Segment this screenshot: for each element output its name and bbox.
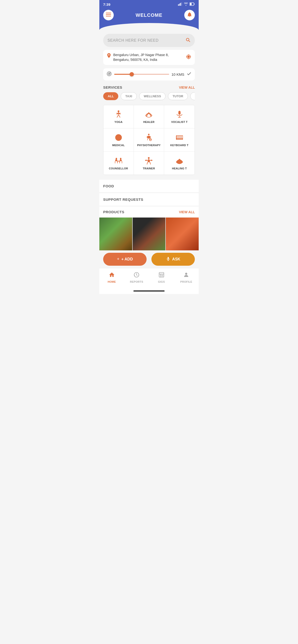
products-section: PRODUCTS VIEW ALL <box>99 206 199 250</box>
svg-rect-41 <box>182 137 183 138</box>
svg-rect-52 <box>146 160 147 161</box>
home-indicator <box>99 289 199 294</box>
nav-home[interactable]: HOME <box>99 271 124 284</box>
gps-target-icon[interactable] <box>186 54 192 61</box>
nav-gigs-label: GIGS <box>158 280 165 283</box>
service-trainer-label: TRAINER <box>143 167 155 170</box>
services-grid: YOGA HEALER VOCALIST T <box>103 105 195 175</box>
status-bar: 7:39 <box>99 0 199 8</box>
hamburger-icon <box>106 13 111 18</box>
service-healing-label: HEALING T <box>172 167 187 170</box>
filter-chip-event[interactable]: EVENT MANAGE <box>190 92 195 100</box>
location-address: Bengaluru Urban, JP Nagar Phase 8, Benga… <box>113 53 186 62</box>
service-trainer[interactable]: TRAINER <box>134 152 164 175</box>
service-medical-label: MEDICAL <box>112 144 125 146</box>
filter-chips-row: ALL TAXI WELLNESS TUTOR EVENT MANAGE <box>103 92 195 101</box>
add-label: + ADD <box>121 257 133 262</box>
healer-icon <box>144 110 153 118</box>
product-card-2[interactable] <box>133 218 166 250</box>
food-label: FOOD <box>103 184 114 188</box>
nav-gigs[interactable]: GIGS <box>149 271 174 284</box>
svg-point-68 <box>185 273 187 275</box>
svg-rect-37 <box>178 137 179 138</box>
battery-icon <box>190 2 195 6</box>
physiotherapy-icon <box>144 133 153 142</box>
svg-rect-1 <box>179 4 180 6</box>
svg-rect-23 <box>178 111 181 115</box>
svg-rect-9 <box>106 16 111 16</box>
vocalist-icon <box>175 110 184 118</box>
wifi-icon <box>184 2 188 6</box>
svg-rect-35 <box>181 136 181 137</box>
svg-rect-36 <box>177 137 178 138</box>
service-yoga-label: YOGA <box>114 120 123 124</box>
service-healer-label: HEALER <box>143 120 155 124</box>
service-vocalist[interactable]: VOCALIST T <box>164 105 195 128</box>
product-card-1[interactable] <box>99 218 132 250</box>
svg-rect-5 <box>194 3 195 5</box>
check-icon[interactable] <box>187 72 192 78</box>
service-healing[interactable]: HEALING T <box>164 152 195 175</box>
svg-line-61 <box>134 275 135 276</box>
service-keyboard[interactable]: KEYBOARD T <box>164 128 195 152</box>
filter-chip-wellness[interactable]: WELLNESS <box>139 92 166 100</box>
gigs-icon <box>158 272 165 279</box>
range-slider[interactable] <box>114 74 169 75</box>
product-card-3[interactable] <box>166 218 199 250</box>
search-icon[interactable] <box>185 37 191 44</box>
svg-rect-34 <box>179 136 180 137</box>
counsellor-icon <box>114 156 123 165</box>
filter-chip-tutor[interactable]: TUTOR <box>168 92 188 100</box>
nav-profile[interactable]: PROFILE <box>174 271 199 284</box>
medical-icon <box>114 133 123 142</box>
filter-chip-taxi[interactable]: TAXI <box>121 92 137 100</box>
app-header: WELCOME <box>99 8 199 30</box>
svg-rect-7 <box>106 13 111 14</box>
radar-icon <box>106 71 112 78</box>
slider-thumb[interactable] <box>129 72 134 76</box>
page-title: WELCOME <box>114 12 184 18</box>
service-medical[interactable]: MEDICAL <box>103 128 134 152</box>
filter-chip-all[interactable]: ALL <box>103 92 118 100</box>
service-counsellor[interactable]: COUNSELLOR <box>103 152 134 175</box>
service-physiotherapy-label: PHYSIOTHERAPY <box>137 144 161 146</box>
services-view-all-button[interactable]: VIEW ALL <box>179 86 195 89</box>
status-icons <box>178 2 195 6</box>
products-view-all-button[interactable]: VIEW ALL <box>179 210 195 214</box>
service-healer[interactable]: HEALER <box>134 105 164 128</box>
nav-reports[interactable]: REPORTS <box>124 271 149 284</box>
home-bar <box>133 290 165 292</box>
food-section[interactable]: FOOD <box>99 180 199 192</box>
location-info: Bengaluru Urban, JP Nagar Phase 8, Benga… <box>106 53 186 62</box>
services-title: SERVICES <box>103 85 122 89</box>
svg-rect-32 <box>177 136 178 137</box>
header-wave <box>99 23 199 30</box>
search-bar[interactable]: SEARCH HERE FOR NEED <box>103 34 195 47</box>
svg-rect-8 <box>106 14 111 15</box>
svg-rect-38 <box>179 137 180 138</box>
nav-reports-label: REPORTS <box>130 280 143 283</box>
svg-point-51 <box>148 157 150 159</box>
svg-rect-0 <box>178 4 179 6</box>
ask-button[interactable]: ASK <box>152 253 195 266</box>
mic-icon <box>166 256 170 262</box>
status-time: 7:39 <box>103 2 110 6</box>
service-counsellor-label: COUNSELLOR <box>109 167 128 170</box>
notification-button[interactable] <box>184 10 195 20</box>
yoga-icon <box>114 110 123 118</box>
support-label: SUPPORT REQUESTS <box>103 198 143 202</box>
svg-rect-53 <box>151 160 152 161</box>
svg-point-46 <box>116 158 117 159</box>
add-button[interactable]: + + ADD <box>103 253 146 266</box>
services-section-header: SERVICES VIEW ALL <box>103 85 195 89</box>
service-yoga[interactable]: YOGA <box>103 105 134 128</box>
menu-button[interactable] <box>103 10 114 20</box>
products-grid <box>99 218 199 250</box>
svg-rect-40 <box>182 136 183 137</box>
signal-icon <box>178 2 182 6</box>
bell-icon <box>187 12 192 18</box>
service-physiotherapy[interactable]: PHYSIOTHERAPY <box>134 128 164 152</box>
svg-rect-2 <box>180 3 181 6</box>
support-section[interactable]: SUPPORT REQUESTS <box>99 193 199 206</box>
svg-point-10 <box>188 56 190 58</box>
